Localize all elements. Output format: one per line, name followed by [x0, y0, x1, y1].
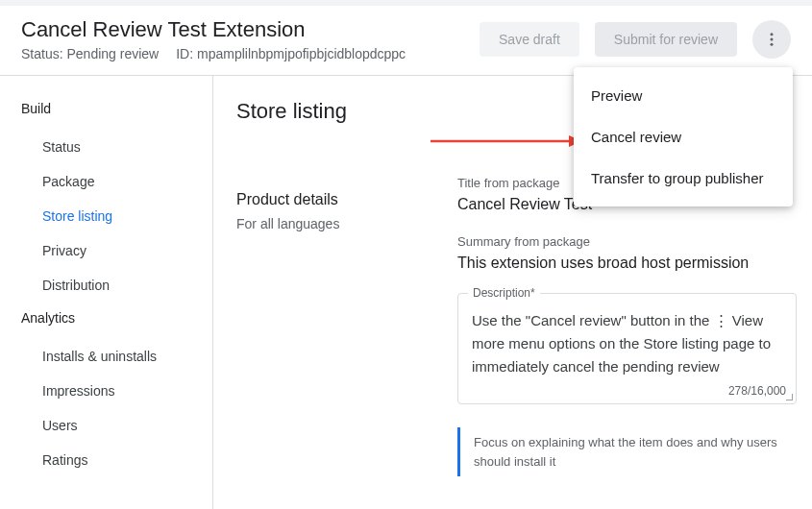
- char-count: 278/16,000: [728, 384, 786, 398]
- menu-preview[interactable]: Preview: [574, 75, 793, 116]
- resize-handle-icon[interactable]: [785, 393, 795, 402]
- save-draft-button[interactable]: Save draft: [480, 22, 579, 57]
- svg-point-2: [771, 43, 774, 46]
- description-field[interactable]: Description* Use the "Cancel review" but…: [457, 293, 797, 404]
- sidebar-item-installs[interactable]: Installs & uninstalls: [21, 339, 212, 374]
- header: Cancel Review Test Extension Status: Pen…: [0, 6, 812, 76]
- svg-point-0: [771, 33, 774, 36]
- sidebar-item-ratings[interactable]: Ratings: [21, 443, 212, 477]
- annotation-arrow-icon: [431, 133, 582, 150]
- description-hint: Focus on explaining what the item does a…: [457, 427, 797, 476]
- summary-value: This extension uses broad host permissio…: [457, 254, 797, 272]
- header-meta: Status: Pending review ID: mpamplilnbpmj…: [21, 46, 406, 61]
- sidebar-section-analytics: Analytics: [21, 310, 212, 326]
- header-left: Cancel Review Test Extension Status: Pen…: [21, 17, 406, 61]
- description-text[interactable]: Use the "Cancel review" button in the ⋮ …: [472, 309, 782, 380]
- more-options-menu: Preview Cancel review Transfer to group …: [574, 67, 793, 206]
- page-heading: Store listing: [236, 99, 400, 124]
- sidebar: Build Status Package Store listing Priva…: [0, 76, 213, 509]
- product-details-heading: Product details: [236, 191, 400, 208]
- sidebar-item-distribution[interactable]: Distribution: [21, 268, 212, 303]
- svg-point-1: [771, 38, 774, 41]
- sidebar-item-package[interactable]: Package: [21, 164, 212, 199]
- menu-transfer[interactable]: Transfer to group publisher: [574, 158, 793, 199]
- sidebar-item-users[interactable]: Users: [21, 408, 212, 443]
- more-vert-icon: [763, 31, 780, 48]
- sidebar-item-impressions[interactable]: Impressions: [21, 374, 212, 408]
- summary-label: Summary from package: [457, 234, 797, 249]
- sidebar-item-privacy[interactable]: Privacy: [21, 233, 212, 268]
- for-all-languages: For all languages: [236, 216, 400, 231]
- sidebar-section-build: Build: [21, 101, 212, 116]
- extension-id: ID: mpamplilnbpmjpofipbjcidblopdcppc: [176, 46, 406, 61]
- menu-cancel-review[interactable]: Cancel review: [574, 116, 793, 158]
- page-title: Cancel Review Test Extension: [21, 17, 406, 42]
- submit-review-button[interactable]: Submit for review: [595, 22, 737, 57]
- main-left-col: Store listing Product details For all la…: [236, 99, 400, 509]
- header-actions: Save draft Submit for review: [480, 20, 791, 59]
- sidebar-item-store-listing[interactable]: Store listing: [21, 199, 212, 233]
- description-label: Description*: [468, 286, 540, 300]
- sidebar-item-status[interactable]: Status: [21, 130, 212, 164]
- more-options-button[interactable]: [752, 20, 791, 59]
- status-label: Status: Pending review: [21, 46, 159, 61]
